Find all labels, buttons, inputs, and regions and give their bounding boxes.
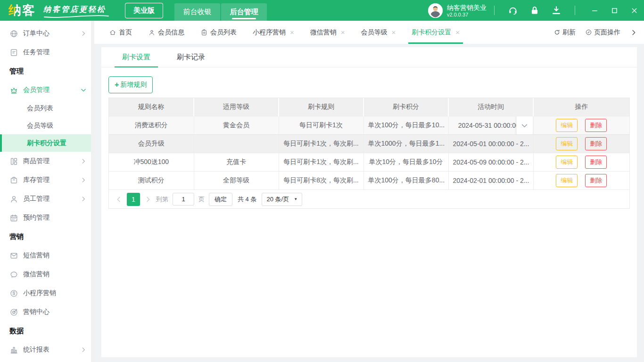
download-icon[interactable] bbox=[551, 5, 561, 16]
time-dropdown-button[interactable] bbox=[516, 116, 533, 134]
column-header: 操作 bbox=[533, 98, 629, 116]
sidebar-subitem[interactable]: 会员列表 bbox=[0, 99, 94, 117]
order-center-icon bbox=[9, 29, 18, 38]
table-row: 冲500送100充值卡每日可刷卡1次，每次刷...单次10分，每日最多10分20… bbox=[109, 153, 629, 171]
tab-close-icon[interactable]: × bbox=[290, 29, 294, 36]
customer-service-icon[interactable] bbox=[508, 5, 518, 16]
table-cell: 会员升级 bbox=[109, 134, 194, 153]
table-cell: 测试积分 bbox=[109, 171, 194, 189]
sidebar-item-label: 营销中心 bbox=[23, 308, 50, 316]
sidebar-item[interactable]: 统计报表 bbox=[0, 340, 94, 359]
edit-button[interactable]: 编辑 bbox=[556, 156, 578, 169]
sidebar: 订单中心任务管理管理会员管理会员列表会员等级刷卡积分设置商品管理库存管理员工管理… bbox=[0, 21, 94, 362]
document-tab[interactable]: 会员等级× bbox=[353, 21, 404, 44]
table-cell: 单次1000分，每日最多1... bbox=[363, 134, 448, 153]
operations-cell: 编辑删除 bbox=[533, 171, 629, 189]
document-tab[interactable]: 微信营销× bbox=[302, 21, 353, 44]
edit-button[interactable]: 编辑 bbox=[556, 137, 578, 150]
chevron-right-icon[interactable] bbox=[630, 29, 637, 36]
delete-button[interactable]: 删除 bbox=[585, 156, 607, 169]
sidebar-item[interactable]: 短信营销 bbox=[0, 246, 94, 265]
tab-card-settings[interactable]: 刷卡设置 bbox=[122, 47, 150, 67]
tab-card-records[interactable]: 刷卡记录 bbox=[177, 47, 205, 67]
staff-manage-icon bbox=[9, 195, 18, 204]
table-cell bbox=[194, 134, 279, 153]
sidebar-section-label: 数据 bbox=[0, 321, 94, 340]
column-header: 适用等级 bbox=[194, 98, 279, 116]
sidebar-item-label: 员工管理 bbox=[23, 195, 50, 203]
sidebar-item-label: 预约管理 bbox=[23, 214, 50, 222]
sidebar-item[interactable]: 预约管理 bbox=[0, 208, 94, 227]
sidebar-subitem[interactable]: 刷卡积分设置 bbox=[0, 134, 94, 152]
member-list-icon bbox=[200, 29, 208, 36]
sidebar-item[interactable]: 小程序营销 bbox=[0, 284, 94, 303]
confirm-page-button[interactable]: 确定 bbox=[209, 193, 232, 206]
table-cell: 单次100分，每日最多10... bbox=[363, 116, 448, 134]
stock-manage-icon bbox=[9, 176, 18, 185]
window-controls bbox=[585, 0, 644, 21]
sidebar-item[interactable]: 微信营销 bbox=[0, 265, 94, 284]
add-rule-button[interactable]: + 新增规则 bbox=[108, 76, 153, 93]
page-unit-label: 页 bbox=[198, 195, 205, 204]
refresh-button[interactable]: 刷新 bbox=[553, 28, 576, 37]
sidebar-item[interactable]: 任务管理 bbox=[0, 43, 94, 62]
minimize-icon[interactable] bbox=[585, 0, 604, 21]
header-divider bbox=[494, 6, 495, 15]
document-tab-label: 小程序营销 bbox=[253, 28, 286, 37]
current-page-button[interactable]: 1 bbox=[127, 193, 140, 206]
tab-close-icon[interactable]: × bbox=[341, 29, 345, 36]
document-tab[interactable]: 会员信息 bbox=[140, 21, 192, 44]
delete-button[interactable]: 删除 bbox=[585, 174, 607, 187]
wechat-marketing-icon bbox=[9, 270, 18, 279]
tab-close-icon[interactable]: × bbox=[392, 29, 396, 36]
header-nav-tab-1[interactable]: 后台管理 bbox=[221, 3, 267, 21]
page-number-input[interactable] bbox=[173, 193, 194, 206]
edit-button[interactable]: 编辑 bbox=[556, 119, 578, 132]
tab-close-icon[interactable]: × bbox=[455, 29, 460, 36]
lock-icon[interactable] bbox=[529, 5, 540, 16]
sidebar-item-label: 库存管理 bbox=[23, 176, 50, 184]
delete-button[interactable]: 删除 bbox=[585, 119, 607, 132]
operations-cell: 编辑删除 bbox=[533, 134, 629, 153]
maximize-icon[interactable] bbox=[604, 0, 624, 21]
marketing-center-icon bbox=[9, 308, 18, 317]
plus-icon: + bbox=[115, 82, 119, 88]
table-row: 测试积分全部等级每日可刷卡8次，每次刷...单次100分，每日最多80...20… bbox=[109, 171, 629, 189]
brand-logo: 纳客 bbox=[8, 0, 36, 21]
document-tab[interactable]: 会员列表 bbox=[192, 21, 245, 44]
sidebar-item[interactable] bbox=[0, 359, 94, 362]
next-page-icon[interactable] bbox=[144, 196, 152, 203]
page-size-select[interactable]: 20 条/页 ▼ bbox=[262, 193, 302, 206]
user-account[interactable]: 纳客营销美业 v2.0.0.37 bbox=[428, 3, 487, 18]
avatar bbox=[428, 3, 443, 18]
chevron-down-icon bbox=[80, 87, 87, 93]
task-manage-icon bbox=[9, 48, 18, 57]
edit-button[interactable]: 编辑 bbox=[556, 174, 578, 187]
edition-badge-button[interactable]: 美业版 bbox=[125, 3, 163, 18]
document-tab[interactable]: 刷卡积分设置× bbox=[404, 21, 468, 44]
document-tab-label: 微信营销 bbox=[310, 28, 337, 37]
delete-button[interactable]: 删除 bbox=[585, 137, 607, 150]
sidebar-item[interactable]: 员工管理 bbox=[0, 189, 94, 208]
page-actions-icon bbox=[585, 29, 592, 36]
refresh-icon bbox=[553, 29, 561, 36]
operations-cell: 编辑删除 bbox=[533, 116, 629, 134]
page-actions-button[interactable]: 页面操作 bbox=[585, 28, 620, 37]
document-tab[interactable]: 首页 bbox=[101, 21, 140, 44]
document-tabbar: 首页会员信息会员列表小程序营销×微信营销×会员等级×刷卡积分设置× 刷新 bbox=[94, 21, 644, 44]
close-icon[interactable] bbox=[624, 0, 644, 21]
sidebar-item[interactable]: 商品管理 bbox=[0, 152, 94, 171]
table-cell: 单次100分，每日最多80... bbox=[363, 171, 448, 189]
sidebar-item[interactable]: 库存管理 bbox=[0, 171, 94, 189]
sidebar-item[interactable]: 营销中心 bbox=[0, 303, 94, 321]
sidebar-subitem[interactable]: 会员等级 bbox=[0, 117, 94, 134]
sidebar-item-label: 微信营销 bbox=[23, 270, 50, 279]
chevron-right-icon bbox=[80, 177, 87, 183]
chevron-right-icon bbox=[80, 158, 87, 165]
sidebar-item[interactable]: 会员管理 bbox=[0, 81, 94, 99]
prev-page-icon[interactable] bbox=[115, 196, 123, 203]
activity-time-cell: 2024-05-31 00:00:00 - bbox=[448, 116, 533, 134]
document-tab[interactable]: 小程序营销× bbox=[245, 21, 302, 44]
header-nav-tab-0[interactable]: 前台收银 bbox=[174, 3, 220, 21]
sidebar-item[interactable]: 订单中心 bbox=[0, 24, 94, 43]
